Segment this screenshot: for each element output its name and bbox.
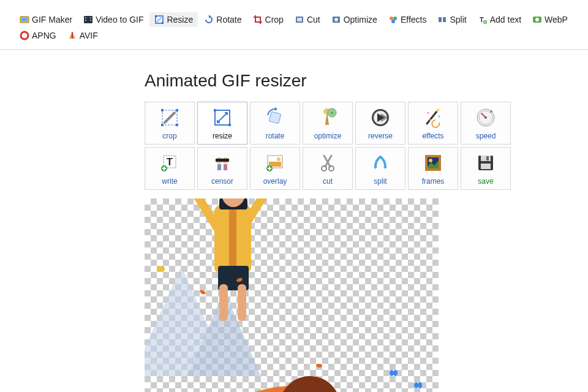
avif-icon — [67, 31, 77, 40]
tool-optimize[interactable]: optimize — [303, 102, 353, 145]
page-title: Animated GIF resizer — [145, 71, 588, 91]
artwork-butterfly — [414, 382, 421, 388]
nav-add-text[interactable]: TAdd text — [473, 12, 526, 27]
svg-point-35 — [331, 111, 333, 114]
cut-icon — [295, 15, 304, 24]
svg-point-14 — [390, 17, 393, 20]
svg-rect-3 — [85, 17, 86, 18]
overlay-icon — [263, 151, 287, 175]
frames-icon — [421, 151, 445, 175]
rotate-icon — [204, 15, 214, 24]
image-preview — [145, 198, 439, 392]
svg-rect-52 — [224, 164, 227, 170]
nav-video-to-gif[interactable]: Video to GIF — [78, 12, 148, 27]
tool-split[interactable]: split — [355, 147, 405, 190]
svg-rect-30 — [214, 109, 216, 111]
tool-resize[interactable]: resize — [197, 102, 247, 145]
nav-crop[interactable]: Crop — [248, 12, 288, 27]
webp-icon — [532, 15, 542, 24]
nav-optimize[interactable]: Optimize — [326, 12, 382, 27]
svg-rect-17 — [439, 17, 442, 22]
tool-cut[interactable]: cut — [303, 147, 353, 190]
nav-rotate[interactable]: Rotate — [199, 12, 246, 27]
svg-point-23 — [21, 32, 28, 39]
tool-frames[interactable]: frames — [408, 147, 458, 190]
tool-overlay[interactable]: overlay — [250, 147, 300, 190]
svg-point-16 — [391, 20, 395, 23]
write-icon: T — [158, 151, 181, 175]
nav-label: Rotate — [216, 15, 241, 24]
apng-icon — [20, 31, 29, 40]
tool-label: cut — [323, 177, 333, 186]
svg-rect-28 — [176, 124, 178, 126]
nav-avif[interactable]: AVIF — [62, 28, 103, 43]
tool-crop[interactable]: crop — [145, 102, 195, 145]
nav-label: WebP — [545, 15, 568, 24]
gif-maker-icon — [20, 15, 29, 24]
artwork-person — [181, 198, 292, 315]
tool-label: overlay — [263, 177, 287, 186]
svg-rect-18 — [443, 17, 446, 22]
tool-save[interactable]: save — [461, 147, 511, 190]
svg-rect-9 — [162, 22, 164, 24]
svg-point-61 — [429, 159, 432, 162]
tool-label: reverse — [368, 132, 393, 140]
svg-point-40 — [430, 119, 432, 121]
svg-point-15 — [393, 17, 397, 20]
svg-rect-5 — [90, 17, 91, 18]
svg-point-43 — [484, 116, 487, 119]
nav-label: Split — [450, 15, 466, 24]
tool-label: effects — [422, 132, 443, 140]
optimize-icon — [316, 106, 339, 129]
crop-icon — [158, 106, 181, 129]
tool-label: optimize — [314, 132, 342, 140]
svg-rect-4 — [85, 20, 86, 21]
nav-cut[interactable]: Cut — [290, 12, 325, 27]
nav-label: GIF Maker — [32, 15, 72, 24]
effects-icon — [388, 15, 398, 24]
tool-label: resize — [213, 132, 232, 140]
cut-icon — [316, 151, 339, 175]
rotate-icon — [263, 106, 287, 129]
top-nav: GIF MakerVideo to GIFResizeRotateCropCut… — [0, 0, 588, 50]
nav-label: Cut — [307, 15, 320, 24]
nav-resize[interactable]: Resize — [149, 12, 198, 27]
nav-split[interactable]: Split — [432, 12, 471, 27]
svg-rect-1 — [21, 18, 28, 21]
tool-reverse[interactable]: reverse — [355, 102, 405, 145]
nav-effects[interactable]: Effects — [383, 12, 432, 27]
add-text-icon: T — [478, 15, 488, 24]
svg-point-22 — [535, 18, 539, 21]
tool-write[interactable]: Twrite — [145, 147, 195, 190]
nav-apng[interactable]: APNG — [15, 28, 61, 43]
tool-speed[interactable]: speed — [461, 102, 511, 145]
svg-point-58 — [329, 166, 334, 171]
nav-webp[interactable]: WebP — [527, 12, 573, 27]
effects-icon — [421, 106, 445, 129]
reverse-icon — [369, 106, 392, 129]
resize-icon — [211, 106, 234, 129]
split-icon — [437, 15, 447, 24]
svg-point-38 — [428, 112, 429, 114]
tool-censor[interactable]: censor — [197, 147, 247, 190]
svg-rect-64 — [486, 156, 489, 160]
svg-rect-31 — [228, 124, 231, 126]
nav-label: APNG — [32, 31, 56, 40]
svg-rect-8 — [155, 15, 157, 17]
svg-point-57 — [322, 166, 326, 171]
svg-text:T: T — [480, 16, 484, 23]
svg-point-44 — [490, 110, 492, 113]
artwork-butterfly — [390, 370, 397, 376]
main-content: Animated GIF resizer cropresizerotateopt… — [0, 50, 588, 392]
svg-text:T: T — [167, 157, 173, 167]
tool-label: frames — [422, 177, 445, 186]
nav-gif-maker[interactable]: GIF Maker — [15, 12, 77, 27]
tool-rotate[interactable]: rotate — [250, 102, 300, 145]
tool-label: rotate — [266, 132, 285, 140]
svg-point-13 — [334, 18, 338, 21]
artwork-butterfly — [157, 266, 164, 272]
video-icon — [83, 15, 93, 24]
svg-rect-63 — [481, 156, 491, 161]
tool-effects[interactable]: effects — [408, 102, 458, 145]
svg-rect-11 — [297, 18, 302, 21]
